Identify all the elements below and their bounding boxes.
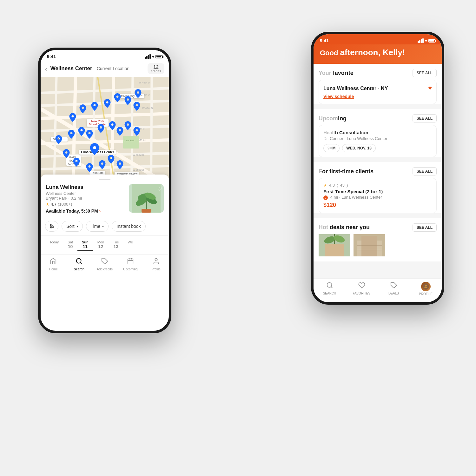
venue-image[interactable]: ♡ (129, 184, 164, 213)
date-sat[interactable]: Sat 10 (63, 239, 77, 251)
svg-text:Grant Park: Grant Park (124, 139, 135, 142)
map-phone: 9:41 ▾ ‹ Wellness Center Current Locatio… (38, 48, 171, 333)
map-pin[interactable] (69, 113, 76, 122)
svg-text:W 35th St: W 35th St (133, 169, 144, 171)
heart-icon[interactable]: ♥ (428, 84, 432, 92)
home-scroll[interactable]: Your favorite SEE ALL ♥ Luna Wellness Ce… (314, 64, 442, 278)
map-pin[interactable] (114, 93, 121, 102)
nav-home[interactable]: Home (41, 258, 66, 271)
nearby-images (314, 234, 442, 261)
instant-book-chip[interactable]: Instant book (112, 221, 145, 232)
svg-point-33 (93, 146, 96, 149)
map-pin[interactable] (116, 160, 123, 169)
back-button[interactable]: ‹ (45, 65, 47, 72)
deal-price: $120 (323, 202, 432, 208)
date-wed[interactable]: We (123, 239, 137, 251)
map-pin[interactable] (104, 99, 111, 108)
home-nav-search[interactable]: SEARCH (314, 282, 346, 296)
sort-filter-chip[interactable]: Sort ▾ (62, 221, 83, 232)
map-pin[interactable] (63, 149, 70, 158)
nearby-image-1[interactable] (319, 234, 350, 256)
map-pin[interactable] (124, 121, 131, 130)
first-time-deal-card[interactable]: ★ 4.3 (43) First Time Special (2 for 1) … (319, 178, 437, 213)
selected-map-pin[interactable] (90, 143, 99, 155)
map-pin[interactable] (99, 160, 106, 169)
booking-card[interactable]: Health Consultation Dr. Conner · Luna We… (319, 125, 437, 157)
map-pin[interactable] (86, 130, 93, 139)
upcoming-header: Upcoming SEE ALL (314, 109, 442, 125)
map-subtitle: Current Location (97, 66, 130, 71)
date-today[interactable]: Today (45, 239, 63, 251)
svg-rect-55 (325, 244, 344, 256)
svg-text:W 45th St: W 45th St (139, 81, 150, 84)
nav-home-label: Home (49, 268, 58, 271)
map-pin[interactable] (108, 155, 115, 164)
filter-icon-button[interactable] (45, 221, 58, 232)
home-nav-profile[interactable]: PROFILE (410, 282, 442, 296)
first-time-see-all-button[interactable]: SEE ALL (413, 167, 437, 175)
deals-title: Hot deals near you (319, 224, 370, 231)
filter-bar: Sort ▾ Time ▾ Instant book (41, 217, 169, 235)
battery-icon (155, 55, 162, 58)
map-pin[interactable] (135, 89, 142, 98)
first-time-section: For first-time clients SEE ALL ★ 4.3 (43… (314, 162, 442, 213)
map-pin[interactable] (86, 163, 93, 172)
nearby-image-2[interactable] (354, 234, 385, 256)
credits-icon (101, 258, 108, 267)
map-pin[interactable] (79, 104, 86, 113)
venue-rating: ★ 4.7 (1000+) (46, 202, 125, 207)
favorite-heart-icon[interactable]: ♡ (157, 186, 162, 192)
home-favorites-icon (358, 282, 365, 291)
deals-header: Hot deals near you SEE ALL (314, 218, 442, 234)
svg-point-44 (50, 224, 51, 226)
favorite-see-all-button[interactable]: SEE ALL (413, 69, 437, 77)
avatar (421, 282, 431, 291)
map-pin[interactable] (55, 135, 62, 144)
map-pin[interactable] (109, 121, 116, 130)
time-filter-chip[interactable]: Time ▾ (86, 221, 109, 232)
favorite-card[interactable]: ♥ Luna Wellness Center - NY View schedul… (319, 80, 437, 104)
date-tue[interactable]: Tue 13 (109, 239, 123, 251)
wifi-icon: ▾ (152, 54, 154, 59)
map-pin[interactable] (91, 102, 98, 111)
date-mon[interactable]: Mon 12 (93, 239, 109, 251)
nav-search[interactable]: Search (66, 258, 92, 271)
home-nav-favorites[interactable]: FAVORITES (346, 282, 378, 296)
map-pin[interactable] (133, 127, 140, 136)
svg-point-53 (155, 259, 157, 261)
booking-title: Health Consultation (323, 130, 432, 135)
view-schedule-link[interactable]: View schedule (323, 94, 354, 99)
sort-label: Sort (66, 224, 75, 229)
home-phone: 9:41 ▾ Good afternoon, Kelly! (311, 32, 444, 305)
map-pin[interactable] (73, 158, 80, 167)
map-pin[interactable] (97, 124, 104, 133)
home-icon (50, 258, 57, 267)
nav-credits[interactable]: Add credits (92, 258, 118, 271)
booking-tag-month: 9AM (323, 144, 340, 152)
svg-point-67 (425, 285, 427, 287)
status-time-front: 9:41 (320, 38, 329, 43)
map-area[interactable]: W 45th St W 44th St W 43rd St W 41st St … (41, 77, 169, 217)
home-deals-icon (390, 282, 397, 291)
map-pin[interactable] (124, 96, 131, 105)
svg-rect-49 (128, 259, 133, 264)
deal-name: First Time Special (2 for 1) (323, 189, 432, 194)
svg-rect-40 (142, 209, 151, 213)
nav-profile[interactable]: Profile (143, 258, 169, 271)
map-pin[interactable] (78, 127, 85, 136)
venue-name: Luna Wellness (46, 184, 125, 190)
deal-location: L 4 mi · Luna Wellness Center (323, 195, 432, 200)
arrow-icon: › (99, 208, 101, 214)
date-sun[interactable]: Sun 11 (77, 239, 93, 251)
nav-upcoming[interactable]: Upcoming (117, 258, 143, 271)
map-pin[interactable] (68, 130, 75, 139)
deals-see-all-button[interactable]: SEE ALL (413, 223, 437, 232)
chevron-down-icon: ▾ (76, 225, 78, 228)
map-pin[interactable] (116, 127, 123, 136)
upcoming-see-all-button[interactable]: SEE ALL (413, 114, 437, 122)
upcoming-title: Upcoming (319, 115, 347, 122)
home-nav-deals[interactable]: DEALS (378, 282, 410, 296)
venue-availability[interactable]: Available Today, 5:30 PM › (46, 208, 125, 214)
home-nav-search-label: SEARCH (323, 292, 336, 295)
map-pin[interactable] (133, 102, 140, 111)
